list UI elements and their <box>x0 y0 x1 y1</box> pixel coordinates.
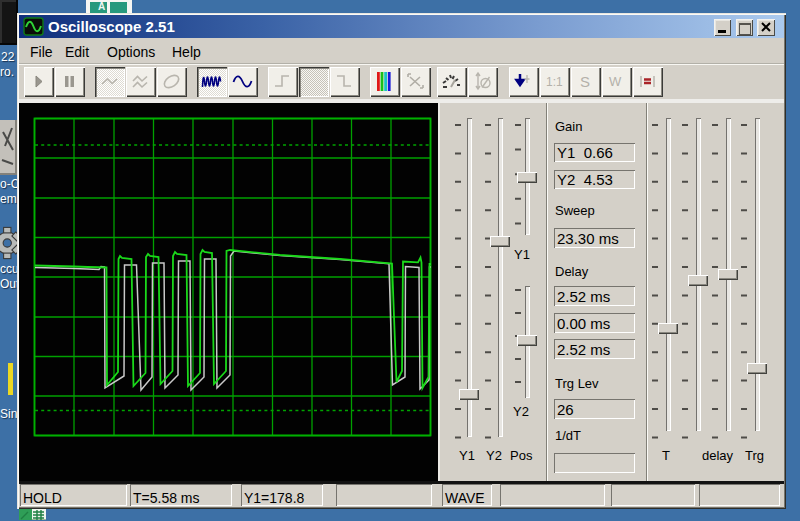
svg-text:1:1: 1:1 <box>546 75 563 89</box>
svg-text:S: S <box>580 73 590 90</box>
svg-text:W: W <box>609 74 622 89</box>
